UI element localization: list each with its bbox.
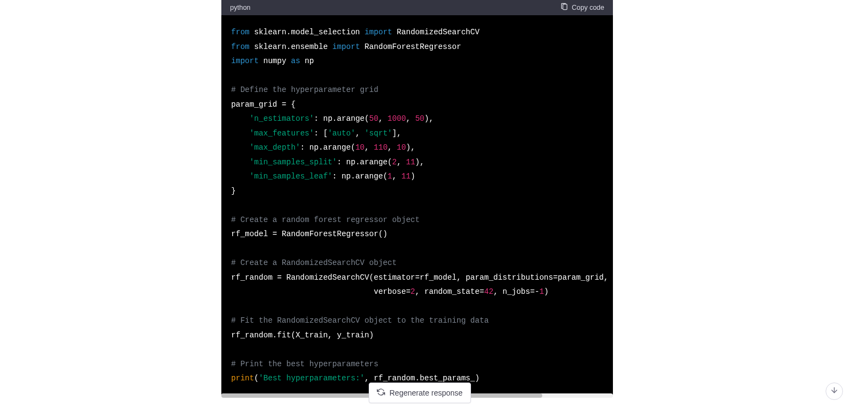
copy-code-label: Copy code: [572, 4, 604, 11]
scroll-to-bottom-button[interactable]: [826, 383, 843, 400]
refresh-icon: [377, 388, 385, 398]
arrow-down-icon: [830, 386, 839, 397]
code-content[interactable]: from sklearn.model_selection import Rand…: [221, 15, 613, 398]
regenerate-response-label: Regenerate response: [389, 389, 463, 397]
code-block: python Copy code from sklearn.model_sele…: [221, 0, 613, 398]
clipboard-icon: [560, 3, 568, 13]
code-language-label: python: [230, 4, 251, 11]
svg-rect-0: [563, 4, 567, 10]
code-header: python Copy code: [221, 0, 613, 15]
regenerate-response-button[interactable]: Regenerate response: [369, 383, 471, 403]
copy-code-button[interactable]: Copy code: [560, 3, 604, 13]
